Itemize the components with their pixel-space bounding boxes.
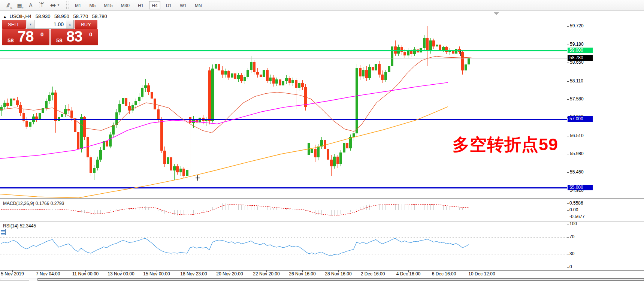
- symbol-arrow-icon: ▲: [3, 15, 7, 19]
- candle: [189, 117, 191, 123]
- time-axis-label: 10 Dec 12:00: [461, 271, 502, 277]
- candle: [384, 72, 387, 80]
- candle: [240, 75, 243, 81]
- candle: [432, 40, 435, 46]
- candle: [224, 71, 227, 75]
- candle: [112, 125, 115, 135]
- candle: [93, 168, 96, 173]
- sell-price-major: 58: [7, 37, 14, 43]
- candle: [29, 122, 31, 127]
- candle: [54, 93, 57, 121]
- candle: [343, 143, 345, 153]
- one-click-trading-panel: SELL ▼ ▲ BUY 58 78 0 58 83 0: [2, 20, 98, 45]
- candle: [122, 98, 124, 104]
- price-badge: 59.000: [568, 48, 593, 53]
- symbol-label: USOil-,H4: [10, 13, 32, 19]
- candle: [10, 99, 12, 106]
- time-axis-label: 6 Dec 16:00: [423, 271, 465, 277]
- time-axis-label: 26 Nov 16:00: [282, 271, 323, 277]
- candle: [64, 109, 67, 114]
- candle: [378, 64, 381, 75]
- candle: [87, 137, 89, 157]
- candle: [298, 83, 300, 88]
- candle: [356, 68, 358, 133]
- candle: [45, 101, 48, 108]
- candle: [128, 106, 131, 111]
- candle: [353, 133, 355, 137]
- candle: [13, 99, 15, 100]
- candle: [80, 117, 83, 149]
- time-axis-label: 15 Nov 00:00: [136, 271, 177, 277]
- candle: [16, 100, 19, 105]
- macd-axis-label: -0.5677: [569, 214, 596, 219]
- candle: [269, 78, 272, 81]
- macd-axis-label: 0.00: [569, 207, 596, 212]
- candle: [163, 151, 166, 164]
- buy-button[interactable]: BUY: [75, 20, 97, 29]
- time-axis-label: 22 Nov 20:00: [246, 271, 287, 277]
- horizontal-scrollbar-thumb[interactable]: [37, 278, 644, 281]
- candle: [272, 78, 275, 84]
- ohlc-open: 58.930: [36, 13, 51, 19]
- candle: [211, 69, 214, 121]
- candle: [256, 72, 259, 75]
- volume-input[interactable]: [34, 20, 66, 29]
- sell-price-tile[interactable]: 58 78 0: [2, 29, 49, 45]
- sell-button[interactable]: SELL: [2, 20, 26, 29]
- candle: [253, 62, 256, 72]
- rsi-axis-label: 30: [569, 251, 596, 256]
- candle: [51, 93, 54, 95]
- macd-pane: [0, 203, 567, 216]
- candle: [442, 47, 445, 50]
- horizontal-lines: [0, 51, 567, 188]
- candle: [468, 58, 470, 64]
- price-axis-label: 56.510: [570, 133, 596, 138]
- candle: [244, 77, 246, 81]
- time-axis-label: 11 Nov 00:00: [65, 271, 106, 277]
- candle: [77, 132, 79, 149]
- candle: [365, 70, 368, 78]
- ohlc-high: 58.950: [54, 13, 69, 19]
- ma-mid-line: [0, 82, 448, 158]
- candle: [170, 157, 172, 170]
- buy-price-tile[interactable]: 58 83 0: [51, 29, 98, 45]
- candle: [179, 169, 182, 172]
- rsi-axis-label: 0: [569, 264, 596, 269]
- candle: [336, 157, 339, 164]
- candle: [263, 70, 265, 76]
- candle: [327, 149, 329, 159]
- candle: [3, 103, 6, 107]
- volume-increase-button[interactable]: ▲: [66, 20, 74, 29]
- candle: [311, 149, 313, 153]
- candle: [237, 75, 240, 79]
- candle: [134, 101, 137, 105]
- macd-label: MACD(12,26,9) 0.1766 0.2793: [3, 201, 64, 206]
- volume-decrease-button[interactable]: ▼: [27, 20, 34, 29]
- price-axis-label: 59.720: [570, 23, 596, 28]
- candle: [160, 120, 163, 151]
- ohlc-low: 58.770: [73, 13, 88, 19]
- buy-price-point: 0: [89, 31, 92, 37]
- candle: [186, 170, 188, 176]
- candle: [173, 166, 176, 170]
- candle: [461, 52, 464, 70]
- candle: [39, 113, 41, 120]
- chart-header: ▲ USOil-,H4 58.930 58.950 58.770 58.780: [3, 13, 107, 19]
- buy-price-major: 58: [56, 37, 63, 43]
- rsi-pane: [0, 238, 567, 256]
- candle: [176, 166, 179, 172]
- candle: [439, 45, 441, 50]
- candle: [295, 80, 297, 88]
- candle: [48, 95, 51, 101]
- candle: [215, 64, 217, 69]
- candle: [205, 120, 208, 121]
- candle: [359, 68, 362, 76]
- shift-marker-icon[interactable]: [494, 12, 499, 15]
- candle: [131, 105, 134, 111]
- candle: [285, 78, 288, 81]
- candle: [250, 62, 253, 70]
- candle: [368, 67, 371, 78]
- candle: [445, 47, 448, 52]
- candle: [324, 140, 326, 149]
- candle: [275, 79, 278, 84]
